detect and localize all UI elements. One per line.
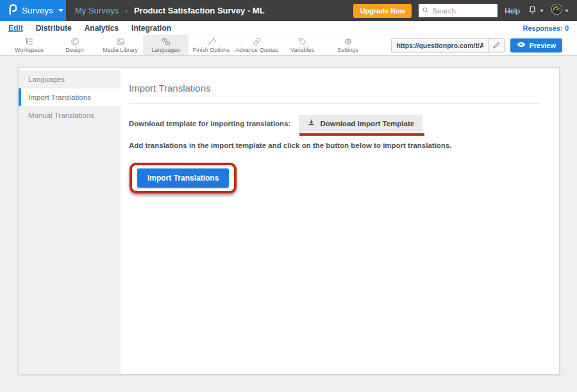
red-underline-annotation: [299, 133, 424, 136]
download-icon: [307, 118, 315, 128]
languages-sidebar: Languages Import Translations Manual Tra…: [19, 68, 121, 374]
design-icon: [70, 37, 80, 46]
topbar-right-group: Upgrade Now Help: [353, 3, 577, 18]
edit-url-button[interactable]: [488, 39, 504, 52]
advance-quotas-icon: [252, 37, 262, 46]
account-menu-button[interactable]: [551, 3, 569, 18]
toolbar-tab-design[interactable]: Design: [52, 35, 97, 55]
survey-title: Product Satisfaction Survey - ML: [134, 6, 265, 15]
toolbar-tab-finish-options[interactable]: Finish Options: [188, 35, 234, 55]
toolbar-tab-advance-quotas[interactable]: Advance Quotas: [234, 35, 280, 55]
questionpro-logo-icon: [7, 3, 17, 18]
toolbar-tab-settings[interactable]: Settings: [325, 35, 371, 55]
sidebar-item-import-translations[interactable]: Import Translations: [19, 88, 121, 106]
search-input[interactable]: [432, 7, 494, 15]
settings-icon: [343, 37, 353, 46]
edit-toolbar: Workspace Design Media Library 文A Langua…: [0, 35, 577, 56]
nav-tab-analytics[interactable]: Analytics: [85, 24, 119, 33]
nav-tab-distribute[interactable]: Distribute: [36, 24, 72, 33]
survey-url-input[interactable]: [392, 42, 488, 49]
page-title: Import Translations: [129, 83, 541, 94]
divider: [129, 103, 541, 104]
instruction-text: Add translations in the import template …: [129, 142, 541, 149]
brand-menu[interactable]: Surveys: [0, 0, 66, 21]
languages-icon: 文A: [161, 37, 171, 46]
nav-tab-edit[interactable]: Edit: [8, 24, 23, 33]
download-template-row: Download template for importing translat…: [129, 115, 541, 132]
help-link[interactable]: Help: [505, 7, 520, 15]
top-bar: Surveys My Surveys › Product Satisfactio…: [0, 0, 577, 21]
toolbar-tab-workspace[interactable]: Workspace: [6, 35, 52, 55]
chevron-down-icon: [565, 10, 569, 12]
sidebar-item-languages[interactable]: Languages: [19, 70, 121, 88]
download-button-wrap: Download Import Template: [299, 115, 422, 132]
survey-url-box: [391, 38, 505, 53]
notifications-button[interactable]: [527, 4, 544, 17]
workspace-icon: [24, 37, 35, 46]
media-library-icon: [115, 37, 126, 46]
import-button-area: Import Translations: [130, 163, 541, 193]
import-translations-button[interactable]: Import Translations: [137, 168, 229, 188]
download-template-text: Download template for importing translat…: [129, 120, 290, 127]
page-background: Languages Import Translations Manual Tra…: [0, 56, 577, 392]
global-search[interactable]: [419, 4, 498, 17]
svg-text:A: A: [166, 42, 168, 45]
download-import-template-button[interactable]: Download Import Template: [299, 115, 422, 132]
brand-product-label: Surveys: [22, 6, 53, 15]
preview-button[interactable]: Preview: [510, 38, 562, 53]
avatar: [551, 3, 563, 18]
red-box-annotation: Import Translations: [130, 163, 237, 193]
responses-count[interactable]: Responses: 0: [523, 24, 569, 32]
survey-nav: Edit Distribute Analytics Integration Re…: [0, 21, 577, 35]
toolbar-tab-variables[interactable]: Variables: [280, 35, 325, 55]
sidebar-list: Languages Import Translations Manual Tra…: [19, 70, 121, 374]
search-icon: [422, 5, 430, 17]
breadcrumb-separator: ›: [125, 6, 128, 15]
chevron-down-icon: [58, 9, 63, 12]
import-translations-content: Import Translations Download template fo…: [121, 68, 559, 374]
sidebar-item-manual-translations[interactable]: Manual Translations: [19, 106, 121, 124]
toolbar-tab-languages[interactable]: 文A Languages: [143, 35, 188, 55]
finish-options-icon: [206, 37, 217, 46]
toolbar-tab-media-library[interactable]: Media Library: [97, 35, 143, 55]
breadcrumb-parent[interactable]: My Surveys: [75, 6, 119, 15]
upgrade-now-button[interactable]: Upgrade Now: [353, 4, 412, 18]
eye-icon: [517, 41, 526, 49]
variables-icon: [297, 37, 308, 46]
breadcrumb: My Surveys › Product Satisfaction Survey…: [75, 6, 265, 15]
pencil-icon: [492, 41, 501, 49]
nav-tab-integration[interactable]: Integration: [131, 24, 171, 33]
svg-text:文: 文: [163, 38, 166, 42]
languages-panel: Languages Import Translations Manual Tra…: [18, 67, 560, 375]
bell-icon: [527, 4, 538, 17]
chevron-down-icon: [540, 10, 544, 12]
survey-link-group: Preview: [391, 35, 577, 55]
